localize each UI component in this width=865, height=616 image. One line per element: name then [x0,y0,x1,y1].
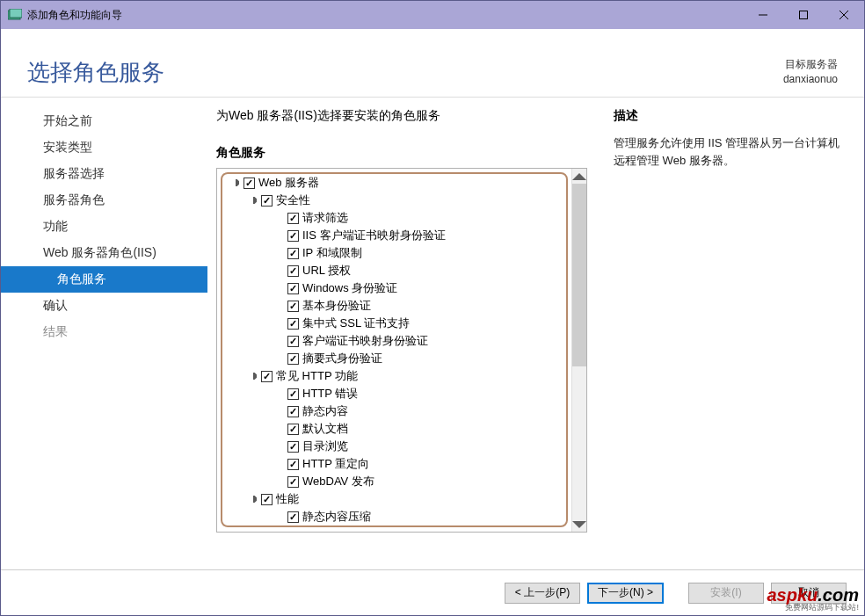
tree-checkbox[interactable] [287,476,299,488]
scrollbar-thumb[interactable] [572,184,586,366]
tree-node[interactable]: URL 授权 [221,262,568,279]
tree-node[interactable]: 请求筛选 [221,209,568,227]
tree-checkbox[interactable] [287,511,299,523]
tree-node-label: IP 和域限制 [302,245,362,261]
tree-node[interactable]: 安全性 [221,192,568,209]
tree-node[interactable]: 目录浏览 [221,438,568,455]
tree-checkbox[interactable] [261,195,273,207]
tree-checkbox[interactable] [287,441,299,453]
expander-placeholder [273,212,286,224]
intro-text: 为Web 服务器(IIS)选择要安装的角色服务 [216,108,587,124]
tree-checkbox[interactable] [287,248,299,259]
cancel-button[interactable]: 取消 [771,583,847,604]
role-services-label: 角色服务 [216,145,587,161]
tree-node[interactable]: 性能 [221,490,568,508]
wizard-step-item[interactable]: 确认 [1,293,207,319]
tree-checkbox[interactable] [261,494,273,505]
tree-checkbox[interactable] [287,336,299,347]
wizard-step-item[interactable]: 服务器选择 [1,161,207,187]
description-label: 描述 [614,108,847,124]
description-column: 描述 管理服务允许使用 IIS 管理器从另一台计算机远程管理 Web 服务器。 [614,108,847,554]
role-services-column: 为Web 服务器(IIS)选择要安装的角色服务 角色服务 Web 服务器安全性请… [216,108,587,554]
previous-button[interactable]: < 上一步(P) [505,583,580,604]
expander-placeholder [273,388,286,400]
titlebar: 添加角色和功能向导 [1,1,864,29]
tree-node-label: 集中式 SSL 证书支持 [302,315,410,331]
target-server-label: 目标服务器 [783,57,838,72]
tree-node[interactable]: 集中式 SSL 证书支持 [221,315,568,332]
tree-checkbox[interactable] [287,459,299,470]
scrollbar-track[interactable] [572,366,586,517]
tree-checkbox[interactable] [287,406,299,417]
wizard-step-item[interactable]: 功能 [1,214,207,240]
target-server-info: 目标服务器 danxiaonuo [783,57,838,87]
svg-rect-1 [10,9,22,18]
tree-node-label: Windows 身份验证 [302,280,397,296]
tree-node[interactable]: Web 服务器 [221,174,568,192]
content-area: 为Web 服务器(IIS)选择要安装的角色服务 角色服务 Web 服务器安全性请… [207,98,864,554]
tree-checkbox[interactable] [287,388,299,400]
wizard-step-item[interactable]: 服务器角色 [1,187,207,214]
tree-node[interactable]: 客户端证书映射身份验证 [221,332,568,350]
tree-node[interactable]: IIS 客户端证书映射身份验证 [221,227,568,244]
tree-node[interactable]: HTTP 错误 [221,385,568,402]
tree-node[interactable]: Windows 身份验证 [221,279,568,297]
main-area: 开始之前安装类型服务器选择服务器角色功能Web 服务器角色(IIS)角色服务确认… [1,98,864,554]
expander-placeholder [273,511,286,523]
expander-placeholder [273,458,286,470]
tree-node-label: 静态内容 [302,403,348,419]
close-button[interactable] [824,1,864,29]
tree-node[interactable]: IP 和域限制 [221,244,568,262]
maximize-button[interactable] [783,1,824,29]
install-button[interactable]: 安装(I) [688,583,764,604]
app-icon [8,9,22,21]
wizard-step-item[interactable]: 角色服务 [1,266,207,293]
tree-node-label: 常见 HTTP 功能 [276,368,358,384]
tree-checkbox[interactable] [287,353,299,365]
tree-checkbox[interactable] [287,230,299,242]
tree-checkbox[interactable] [244,178,255,189]
target-server-name: danxiaonuo [783,72,838,87]
next-button[interactable]: 下一步(N) > [587,583,664,604]
tree-node[interactable]: 基本身份验证 [221,297,568,315]
expander-open-icon[interactable] [247,194,259,207]
tree-checkbox[interactable] [287,318,299,330]
window-title: 添加角色和功能向导 [27,8,743,23]
wizard-step-item[interactable]: 安装类型 [1,134,207,161]
wizard-step-item[interactable]: 开始之前 [1,108,207,134]
expander-placeholder [273,300,286,312]
expander-placeholder [273,247,286,259]
scroll-down-arrow-icon[interactable] [572,517,586,532]
tree-node[interactable]: WebDAV 发布 [221,473,568,490]
wizard-steps-sidebar: 开始之前安装类型服务器选择服务器角色功能Web 服务器角色(IIS)角色服务确认… [1,98,207,554]
tree-checkbox[interactable] [261,371,273,382]
expander-placeholder [273,352,286,365]
expander-open-icon[interactable] [247,370,259,382]
expander-placeholder [273,440,286,453]
expander-placeholder [273,317,286,330]
expander-placeholder [273,265,286,277]
tree-checkbox[interactable] [287,301,299,312]
tree-checkbox[interactable] [287,424,299,435]
page-header: 选择角色服务 目标服务器 danxiaonuo [1,29,864,98]
tree-node[interactable]: 默认文档 [221,420,568,438]
role-services-tree[interactable]: Web 服务器安全性请求筛选IIS 客户端证书映射身份验证IP 和域限制URL … [221,174,568,525]
tree-node[interactable]: 静态内容 [221,402,568,420]
expander-placeholder [273,423,286,435]
wizard-step-item[interactable]: Web 服务器角色(IIS) [1,240,207,266]
tree-node[interactable]: 常见 HTTP 功能 [221,367,568,385]
tree-node-label: IIS 客户端证书映射身份验证 [302,228,446,243]
tree-node-label: 目录浏览 [302,438,348,454]
tree-node[interactable]: HTTP 重定向 [221,455,568,473]
vertical-scrollbar[interactable] [571,169,586,532]
minimize-button[interactable] [743,1,783,29]
tree-node[interactable]: 摘要式身份验证 [221,350,568,367]
expander-placeholder [273,475,286,488]
tree-checkbox[interactable] [287,213,299,224]
tree-checkbox[interactable] [287,265,299,277]
tree-checkbox[interactable] [287,283,299,294]
tree-node[interactable]: 静态内容压缩 [221,508,568,525]
expander-open-icon[interactable] [229,177,242,189]
expander-open-icon[interactable] [247,493,259,505]
scroll-up-arrow-icon[interactable] [572,169,586,184]
